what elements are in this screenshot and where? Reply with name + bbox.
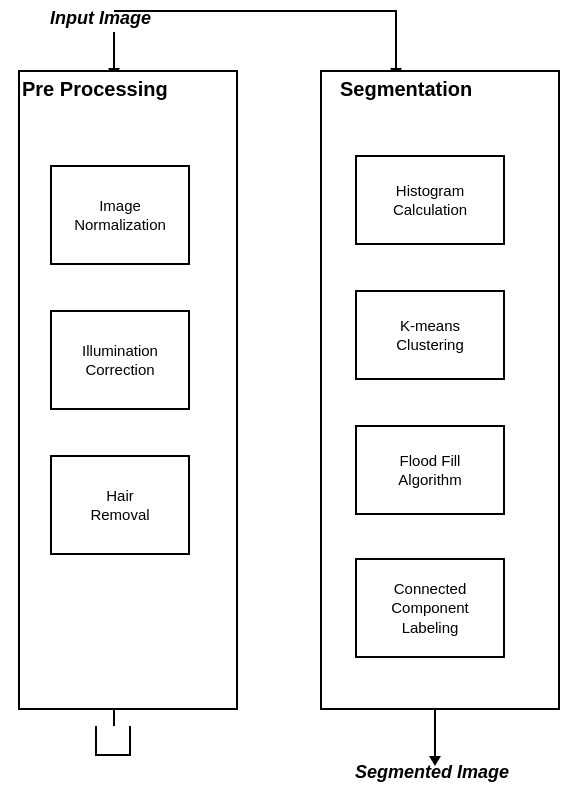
- image-normalization-box: ImageNormalization: [50, 165, 190, 265]
- top-horizontal-connector: [114, 10, 397, 12]
- hair-removal-label: HairRemoval: [90, 486, 149, 525]
- arrow-input-to-preprocessing: [113, 32, 115, 70]
- illumination-correction-label: IlluminationCorrection: [82, 341, 158, 380]
- histogram-calculation-box: HistogramCalculation: [355, 155, 505, 245]
- kmeans-clustering-label: K-meansClustering: [396, 316, 464, 355]
- arrow-input-to-segmentation: [395, 10, 397, 70]
- connected-component-labeling-label: ConnectedComponentLabeling: [391, 579, 469, 638]
- bottom-corner-box: [95, 726, 131, 756]
- histogram-calculation-label: HistogramCalculation: [393, 181, 467, 220]
- image-normalization-label: ImageNormalization: [74, 196, 166, 235]
- connected-component-labeling-box: ConnectedComponentLabeling: [355, 558, 505, 658]
- segmented-image-label: Segmented Image: [355, 762, 509, 783]
- diagram-container: Input Image Pre Processing ImageNormaliz…: [0, 0, 588, 794]
- illumination-correction-box: IlluminationCorrection: [50, 310, 190, 410]
- segmentation-title: Segmentation: [340, 78, 472, 101]
- flood-fill-algorithm-box: Flood FillAlgorithm: [355, 425, 505, 515]
- kmeans-clustering-box: K-meansClustering: [355, 290, 505, 380]
- arrow-segmentation-to-output: [434, 710, 436, 758]
- pre-processing-title: Pre Processing: [22, 78, 168, 101]
- flood-fill-algorithm-label: Flood FillAlgorithm: [398, 451, 461, 490]
- hair-removal-box: HairRemoval: [50, 455, 190, 555]
